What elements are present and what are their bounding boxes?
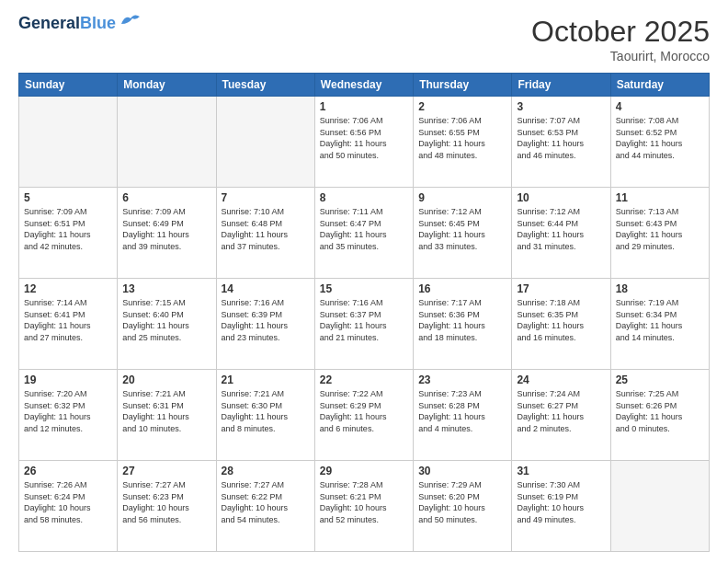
table-row: 8Sunrise: 7:11 AM Sunset: 6:47 PM Daylig… xyxy=(314,188,413,279)
table-row: 29Sunrise: 7:28 AM Sunset: 6:21 PM Dayli… xyxy=(314,461,413,552)
day-number: 31 xyxy=(517,465,605,477)
table-row: 20Sunrise: 7:21 AM Sunset: 6:31 PM Dayli… xyxy=(118,370,216,461)
day-info: Sunrise: 7:23 AM Sunset: 6:28 PM Dayligh… xyxy=(418,388,506,434)
table-row xyxy=(216,97,314,188)
day-number: 17 xyxy=(517,282,605,295)
day-number: 7 xyxy=(222,191,310,204)
day-info: Sunrise: 7:12 AM Sunset: 6:44 PM Dayligh… xyxy=(517,206,605,252)
table-row: 11Sunrise: 7:13 AM Sunset: 6:43 PM Dayli… xyxy=(610,188,709,279)
day-number: 21 xyxy=(222,373,310,386)
table-row: 16Sunrise: 7:17 AM Sunset: 6:36 PM Dayli… xyxy=(414,279,512,370)
table-row: 5Sunrise: 7:09 AM Sunset: 6:51 PM Daylig… xyxy=(19,188,118,279)
day-info: Sunrise: 7:10 AM Sunset: 6:48 PM Dayligh… xyxy=(222,206,310,252)
day-info: Sunrise: 7:22 AM Sunset: 6:29 PM Dayligh… xyxy=(320,388,408,434)
col-thursday: Thursday xyxy=(414,74,512,97)
day-number: 12 xyxy=(24,282,112,295)
table-row: 14Sunrise: 7:16 AM Sunset: 6:39 PM Dayli… xyxy=(216,279,314,370)
table-row: 21Sunrise: 7:21 AM Sunset: 6:30 PM Dayli… xyxy=(216,370,314,461)
table-row: 10Sunrise: 7:12 AM Sunset: 6:44 PM Dayli… xyxy=(512,188,610,279)
day-info: Sunrise: 7:28 AM Sunset: 6:21 PM Dayligh… xyxy=(320,479,408,525)
day-number: 15 xyxy=(320,282,408,295)
day-info: Sunrise: 7:27 AM Sunset: 6:23 PM Dayligh… xyxy=(122,479,210,525)
table-row: 30Sunrise: 7:29 AM Sunset: 6:20 PM Dayli… xyxy=(414,461,512,552)
day-info: Sunrise: 7:14 AM Sunset: 6:41 PM Dayligh… xyxy=(24,297,112,343)
col-friday: Friday xyxy=(512,74,610,97)
table-row: 18Sunrise: 7:19 AM Sunset: 6:34 PM Dayli… xyxy=(610,279,709,370)
table-row xyxy=(118,97,216,188)
table-row xyxy=(19,97,118,188)
logo: GeneralBlue xyxy=(18,15,143,33)
day-info: Sunrise: 7:16 AM Sunset: 6:39 PM Dayligh… xyxy=(222,297,310,343)
day-info: Sunrise: 7:16 AM Sunset: 6:37 PM Dayligh… xyxy=(320,297,408,343)
day-number: 11 xyxy=(616,191,704,204)
day-number: 28 xyxy=(222,465,310,477)
day-info: Sunrise: 7:30 AM Sunset: 6:19 PM Dayligh… xyxy=(517,479,605,525)
day-info: Sunrise: 7:19 AM Sunset: 6:34 PM Dayligh… xyxy=(616,297,704,343)
table-row: 26Sunrise: 7:26 AM Sunset: 6:24 PM Dayli… xyxy=(19,461,118,552)
day-number: 10 xyxy=(517,191,605,204)
day-info: Sunrise: 7:06 AM Sunset: 6:56 PM Dayligh… xyxy=(320,115,408,161)
day-number: 24 xyxy=(517,373,605,386)
title-block: October 2025 Taourirt, Morocco xyxy=(531,15,710,63)
day-number: 5 xyxy=(24,191,112,204)
day-info: Sunrise: 7:20 AM Sunset: 6:32 PM Dayligh… xyxy=(24,388,112,434)
day-number: 30 xyxy=(418,465,506,477)
day-info: Sunrise: 7:26 AM Sunset: 6:24 PM Dayligh… xyxy=(24,479,112,525)
day-info: Sunrise: 7:27 AM Sunset: 6:22 PM Dayligh… xyxy=(222,479,310,525)
day-number: 9 xyxy=(418,191,506,204)
header: GeneralBlue October 2025 Taourirt, Moroc… xyxy=(18,15,710,63)
day-info: Sunrise: 7:18 AM Sunset: 6:35 PM Dayligh… xyxy=(517,297,605,343)
table-row: 7Sunrise: 7:10 AM Sunset: 6:48 PM Daylig… xyxy=(216,188,314,279)
table-row: 2Sunrise: 7:06 AM Sunset: 6:55 PM Daylig… xyxy=(414,97,512,188)
day-info: Sunrise: 7:17 AM Sunset: 6:36 PM Dayligh… xyxy=(418,297,506,343)
day-number: 19 xyxy=(24,373,112,386)
day-number: 22 xyxy=(320,373,408,386)
day-info: Sunrise: 7:08 AM Sunset: 6:52 PM Dayligh… xyxy=(616,115,704,161)
day-number: 14 xyxy=(222,282,310,295)
day-number: 20 xyxy=(122,373,210,386)
day-info: Sunrise: 7:21 AM Sunset: 6:30 PM Dayligh… xyxy=(222,388,310,434)
day-number: 18 xyxy=(616,282,704,295)
day-number: 6 xyxy=(122,191,210,204)
day-number: 3 xyxy=(517,100,605,113)
table-row: 23Sunrise: 7:23 AM Sunset: 6:28 PM Dayli… xyxy=(414,370,512,461)
location: Taourirt, Morocco xyxy=(531,49,710,63)
day-number: 2 xyxy=(418,100,506,113)
col-wednesday: Wednesday xyxy=(314,74,413,97)
table-row: 15Sunrise: 7:16 AM Sunset: 6:37 PM Dayli… xyxy=(314,279,413,370)
col-tuesday: Tuesday xyxy=(216,74,314,97)
day-number: 29 xyxy=(320,465,408,477)
day-number: 1 xyxy=(320,100,408,113)
day-number: 26 xyxy=(24,465,112,477)
table-row: 28Sunrise: 7:27 AM Sunset: 6:22 PM Dayli… xyxy=(216,461,314,552)
table-row: 27Sunrise: 7:27 AM Sunset: 6:23 PM Dayli… xyxy=(118,461,216,552)
calendar-header-row: Sunday Monday Tuesday Wednesday Thursday… xyxy=(19,74,710,97)
table-row: 4Sunrise: 7:08 AM Sunset: 6:52 PM Daylig… xyxy=(610,97,709,188)
day-number: 23 xyxy=(418,373,506,386)
table-row: 13Sunrise: 7:15 AM Sunset: 6:40 PM Dayli… xyxy=(118,279,216,370)
table-row: 9Sunrise: 7:12 AM Sunset: 6:45 PM Daylig… xyxy=(414,188,512,279)
day-info: Sunrise: 7:06 AM Sunset: 6:55 PM Dayligh… xyxy=(418,115,506,161)
table-row: 1Sunrise: 7:06 AM Sunset: 6:56 PM Daylig… xyxy=(314,97,413,188)
day-number: 13 xyxy=(122,282,210,295)
day-info: Sunrise: 7:29 AM Sunset: 6:20 PM Dayligh… xyxy=(418,479,506,525)
day-info: Sunrise: 7:25 AM Sunset: 6:26 PM Dayligh… xyxy=(616,388,704,434)
table-row: 6Sunrise: 7:09 AM Sunset: 6:49 PM Daylig… xyxy=(118,188,216,279)
day-info: Sunrise: 7:13 AM Sunset: 6:43 PM Dayligh… xyxy=(616,206,704,252)
day-info: Sunrise: 7:11 AM Sunset: 6:47 PM Dayligh… xyxy=(320,206,408,252)
day-info: Sunrise: 7:24 AM Sunset: 6:27 PM Dayligh… xyxy=(517,388,605,434)
day-number: 8 xyxy=(320,191,408,204)
table-row: 17Sunrise: 7:18 AM Sunset: 6:35 PM Dayli… xyxy=(512,279,610,370)
day-info: Sunrise: 7:09 AM Sunset: 6:51 PM Dayligh… xyxy=(24,206,112,252)
col-monday: Monday xyxy=(118,74,216,97)
table-row: 24Sunrise: 7:24 AM Sunset: 6:27 PM Dayli… xyxy=(512,370,610,461)
day-info: Sunrise: 7:15 AM Sunset: 6:40 PM Dayligh… xyxy=(122,297,210,343)
day-number: 27 xyxy=(122,465,210,477)
day-info: Sunrise: 7:09 AM Sunset: 6:49 PM Dayligh… xyxy=(122,206,210,252)
table-row: 31Sunrise: 7:30 AM Sunset: 6:19 PM Dayli… xyxy=(512,461,610,552)
day-number: 25 xyxy=(616,373,704,386)
day-info: Sunrise: 7:12 AM Sunset: 6:45 PM Dayligh… xyxy=(418,206,506,252)
month-title: October 2025 xyxy=(531,15,710,49)
table-row: 22Sunrise: 7:22 AM Sunset: 6:29 PM Dayli… xyxy=(314,370,413,461)
day-number: 4 xyxy=(616,100,704,113)
